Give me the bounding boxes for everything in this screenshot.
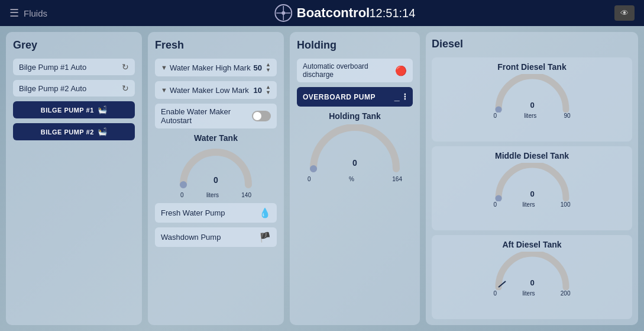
- fresh-water-pump-row: Fresh Water Pump 💧: [155, 203, 277, 223]
- autostart-row: Enable Water Maker Autostart: [155, 104, 277, 128]
- water-tank-min: 0: [180, 192, 184, 198]
- wm-high-value: 50: [254, 63, 262, 72]
- middle-diesel-min: 0: [494, 201, 497, 208]
- water-tank-title: Water Tank: [194, 133, 238, 143]
- front-diesel-gauge: 0: [494, 74, 571, 113]
- wm-low-row: ▼ Water Maker Low Mark 10 ▲ ▼: [155, 81, 277, 99]
- water-tank-unit: liters: [206, 192, 219, 198]
- autostart-toggle[interactable]: [252, 111, 271, 121]
- wm-low-value: 10: [254, 86, 262, 95]
- bilge1-refresh-icon[interactable]: ↻: [122, 62, 129, 72]
- aft-diesel-gauge: 0: [494, 252, 571, 290]
- auto-overboard-label: Automatic overboard discharge: [303, 62, 395, 79]
- aft-diesel-title: Aft Diesel Tank: [502, 240, 561, 249]
- bilge-pump-1-icon: 🛀: [98, 105, 108, 114]
- header-time: 12:51:14: [370, 7, 416, 20]
- front-diesel-max: 90: [564, 113, 570, 119]
- overboard-pump-label: OVERBOARD PUMP: [303, 93, 376, 101]
- diesel-card: Diesel Front Diesel Tank 0 0 liters 90 M…: [426, 32, 638, 325]
- holding-tank-svg: 0: [308, 124, 402, 175]
- aft-diesel-max: 200: [561, 290, 571, 297]
- fresh-card-title: Fresh: [155, 39, 277, 52]
- holding-tank-unit: %: [349, 176, 354, 182]
- wm-high-label: Water Maker High Mark: [170, 63, 251, 72]
- washdown-icon: 🏴: [259, 232, 271, 243]
- bilge1-label: Bilge Pump #1 Auto: [19, 63, 86, 72]
- dropdown-arrow-high[interactable]: ▼: [161, 64, 167, 71]
- header: ☰ Fluids Boatcontrol 12:51:14 👁: [0, 0, 644, 26]
- diesel-card-title: Diesel: [432, 38, 632, 50]
- aft-diesel-unit: liters: [522, 290, 535, 297]
- wm-high-arrows[interactable]: ▲ ▼: [266, 62, 271, 73]
- holding-tank-gauge: Holding Tank 0 0 % 164: [297, 111, 413, 182]
- grey-card: Grey Bilge Pump #1 Auto ↻ Bilge Pump #2 …: [6, 32, 142, 325]
- bilge1-auto-row: Bilge Pump #1 Auto ↻: [13, 59, 135, 75]
- dropdown-arrow-low[interactable]: ▼: [161, 86, 167, 94]
- front-diesel-title: Front Diesel Tank: [497, 62, 566, 72]
- autostart-label: Enable Water Maker Autostart: [161, 107, 252, 125]
- holding-tank-max: 164: [392, 176, 402, 182]
- holding-card-title: Holding: [297, 39, 413, 52]
- bilge-pump-1-button[interactable]: BILGE PUMP #1 🛀: [13, 101, 135, 118]
- bilge2-label: Bilge Pump #2 Auto: [19, 84, 86, 93]
- aft-diesel-min: 0: [494, 290, 497, 297]
- holding-card: Holding Automatic overboard discharge 🔴 …: [290, 32, 420, 325]
- overboard-pump-button[interactable]: OVERBOARD PUMP _ ⁝: [297, 87, 413, 107]
- svg-text:0: 0: [213, 175, 218, 185]
- overboard-dots: _ ⁝: [394, 91, 407, 102]
- svg-text:0: 0: [530, 189, 534, 198]
- bilge2-refresh-icon[interactable]: ↻: [122, 83, 129, 93]
- svg-text:0: 0: [530, 278, 534, 287]
- washdown-pump-row: Washdown Pump 🏴: [155, 227, 277, 247]
- wm-high-row: ▼ Water Maker High Mark 50 ▲ ▼: [155, 59, 277, 76]
- holding-tank-labels: 0 % 164: [308, 176, 402, 182]
- bilge-pump-2-icon: 🛀: [98, 127, 108, 136]
- front-diesel-section: Front Diesel Tank 0 0 liters 90: [432, 57, 632, 142]
- auto-overboard-row: Automatic overboard discharge 🔴: [297, 59, 413, 82]
- water-tank-max: 140: [241, 192, 251, 198]
- auto-overboard-icon: 🔴: [395, 65, 407, 76]
- middle-diesel-title: Middle Diesel Tank: [495, 151, 569, 160]
- wm-low-label: Water Maker Low Mark: [170, 86, 249, 95]
- menu-icon[interactable]: ☰: [9, 7, 19, 20]
- bilge-pump-1-label: BILGE PUMP #1: [41, 107, 94, 114]
- middle-diesel-gauge: 0: [494, 163, 571, 201]
- svg-point-3: [281, 11, 285, 15]
- eye-icon: 👁: [620, 8, 629, 18]
- fwp-label: Fresh Water Pump: [161, 208, 225, 217]
- fresh-card: Fresh ▼ Water Maker High Mark 50 ▲ ▼ ▼ W…: [148, 32, 284, 325]
- water-tank-labels: 0 liters 140: [180, 192, 251, 198]
- middle-diesel-unit: liters: [522, 201, 535, 208]
- wm-low-arrows[interactable]: ▲ ▼: [266, 85, 271, 95]
- eye-button[interactable]: 👁: [614, 5, 635, 21]
- header-title-group: Boatcontrol: [274, 4, 370, 22]
- fwp-icon: 💧: [259, 207, 271, 218]
- middle-diesel-section: Middle Diesel Tank 0 0 liters 100: [432, 146, 632, 230]
- logo-icon: [274, 4, 292, 22]
- fluids-label: Fluids: [24, 8, 47, 18]
- bilge-pump-2-label: BILGE PUMP #2: [41, 128, 94, 136]
- svg-text:0: 0: [352, 158, 357, 168]
- water-tank-svg: 0: [177, 146, 254, 191]
- grey-card-title: Grey: [13, 39, 135, 52]
- holding-tank-min: 0: [308, 176, 311, 182]
- washdown-label: Washdown Pump: [161, 233, 221, 242]
- aft-diesel-section: Aft Diesel Tank 0 0 liters 200: [432, 235, 632, 319]
- water-tank-gauge: Water Tank 0 0 liters 140: [155, 133, 277, 198]
- front-diesel-unit: liters: [524, 113, 536, 119]
- bilge-pump-2-button[interactable]: BILGE PUMP #2 🛀: [13, 123, 135, 140]
- main-content: Grey Bilge Pump #1 Auto ↻ Bilge Pump #2 …: [0, 26, 644, 331]
- svg-text:0: 0: [530, 101, 534, 110]
- front-diesel-min: 0: [494, 113, 497, 119]
- holding-tank-title: Holding Tank: [329, 111, 381, 121]
- bilge2-auto-row: Bilge Pump #2 Auto ↻: [13, 80, 135, 97]
- middle-diesel-max: 100: [561, 201, 571, 208]
- app-name: Boatcontrol: [297, 5, 370, 21]
